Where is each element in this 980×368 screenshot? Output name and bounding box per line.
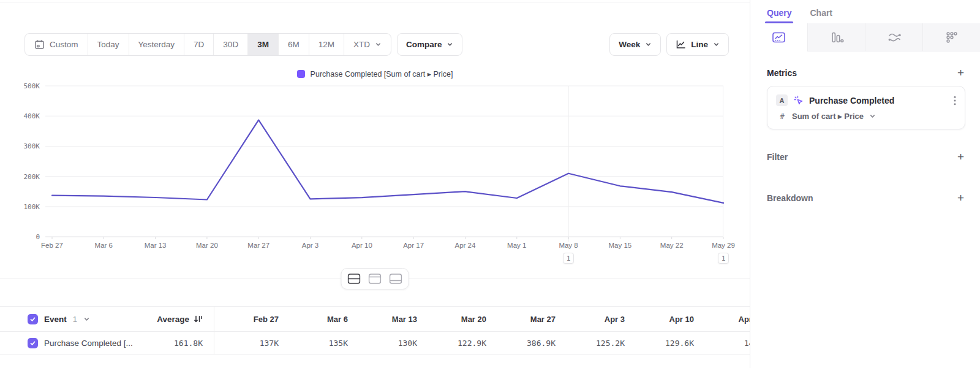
row-average-value: 161.8K (174, 339, 203, 348)
column-header: Mar 6 (284, 315, 353, 324)
chart-canvas (45, 86, 723, 250)
metric-card[interactable]: A Purchase Completed # Sum of cart ▸ Pri… (767, 86, 965, 129)
column-header: Apr 3 (560, 315, 630, 324)
x-axis-label: May 22 (658, 242, 685, 249)
compare-label: Compare (406, 40, 442, 49)
filter-title: Filter (767, 152, 788, 162)
split-view-icon (348, 274, 361, 284)
range-option-xtd[interactable]: XTD (344, 34, 391, 55)
legend-series-label: Purchase Completed [Sum of cart ▸ Price] (311, 69, 453, 79)
x-axis-label: May 8 (557, 242, 579, 249)
range-option-custom[interactable]: Custom (25, 34, 88, 55)
interval-button[interactable]: Week (609, 33, 661, 56)
interval-label: Week (619, 40, 640, 49)
chart-type-tab-grid[interactable] (922, 23, 980, 52)
y-axis-label: 500K (24, 82, 40, 90)
query-panel: Query Chart Metrics + A (750, 0, 980, 368)
metric-event-name: Purchase Completed (809, 96, 894, 105)
cell-value: 125.2K (560, 339, 630, 348)
cell-value: 137K (214, 339, 284, 348)
range-option-label: 6M (288, 40, 300, 49)
select-all-checkbox[interactable] (28, 314, 38, 324)
kebab-menu-icon (954, 96, 956, 105)
add-metric-button[interactable]: + (957, 69, 965, 77)
toolbar: CustomTodayYesterday7D30D3M6M12MXTD Comp… (24, 33, 729, 56)
range-option-label: 7D (194, 40, 204, 49)
annotation-badge[interactable]: 1 (718, 253, 729, 264)
add-breakdown-button[interactable]: + (957, 194, 965, 202)
event-column-label: Event (44, 315, 67, 324)
annotation-badge[interactable]: 1 (563, 253, 574, 264)
column-header: Mar 13 (353, 315, 422, 324)
range-option-label: Yesterday (138, 40, 175, 49)
table-row-left: Purchase Completed [... 161.8K (0, 332, 214, 354)
range-option-12m[interactable]: 12M (309, 34, 344, 55)
table-header-row: Event 1 Average Feb 27Mar 6Mar 13Mar 20M… (0, 306, 750, 332)
layout-switcher (341, 268, 409, 289)
insights-report: CustomTodayYesterday7D30D3M6M12MXTD Comp… (0, 0, 980, 368)
range-option-30d[interactable]: 30D (214, 34, 248, 55)
layout-chart-only-button[interactable] (366, 271, 385, 286)
range-option-today[interactable]: Today (88, 34, 129, 55)
chart-type-tab-flow[interactable] (865, 23, 922, 52)
y-axis-label: 0 (36, 233, 40, 241)
column-header: Mar 27 (491, 315, 560, 324)
layout-chart-and-table-button[interactable] (345, 271, 364, 286)
cell-value: 122.9K (422, 339, 491, 348)
chevron-down-icon (869, 113, 876, 120)
grid-dots-icon (946, 31, 958, 44)
line-series (52, 120, 723, 203)
y-axis-label: 100K (24, 202, 40, 210)
chart-style-button[interactable]: Line (666, 33, 729, 56)
range-option-6m[interactable]: 6M (279, 34, 309, 55)
column-header: Apr 10 (630, 315, 699, 324)
results-table: Event 1 Average Feb 27Mar 6Mar 13Mar 20M… (0, 306, 750, 355)
average-sort-button[interactable]: Average (157, 315, 203, 324)
column-header: Apr 17 (699, 315, 750, 324)
event-count: 1 (73, 315, 77, 324)
chart-type-tab-bar[interactable] (807, 23, 865, 52)
metric-options-button[interactable] (954, 96, 956, 105)
table-date-columns: Feb 27Mar 6Mar 13Mar 20Mar 27Apr 3Apr 10… (214, 315, 750, 324)
table-header-left: Event 1 Average (0, 307, 214, 331)
range-option-yesterday[interactable]: Yesterday (129, 34, 185, 55)
breakdown-section-header: Breakdown + (767, 193, 965, 203)
chart-only-icon (369, 274, 382, 284)
metric-letter-badge: A (776, 94, 788, 106)
layout-table-only-button[interactable] (386, 271, 405, 286)
chart-type-tabs (750, 23, 980, 52)
metric-card-row1: A Purchase Completed (776, 94, 956, 106)
table-row[interactable]: Purchase Completed [... 161.8K 137K135K1… (0, 332, 750, 355)
breakdown-title: Breakdown (767, 193, 813, 203)
filter-section-header: Filter + (767, 152, 965, 162)
compare-button[interactable]: Compare (397, 33, 463, 56)
row-checkbox[interactable] (28, 338, 38, 348)
check-icon (29, 340, 36, 347)
line-chart-icon (676, 39, 686, 50)
chevron-down-icon (713, 41, 720, 48)
add-filter-button[interactable]: + (957, 153, 965, 161)
x-axis-label: Feb 27 (39, 242, 65, 249)
table-only-icon (390, 274, 402, 284)
cell-value: 386.9K (491, 339, 560, 348)
insights-line-icon (772, 31, 786, 44)
tab-chart[interactable]: Chart (810, 8, 832, 23)
range-option-7d[interactable]: 7D (184, 34, 214, 55)
panel-body: Metrics + A Purchase Completed # Sum of … (750, 52, 980, 203)
chevron-down-icon (447, 41, 453, 48)
chart-legend[interactable]: Purchase Completed [Sum of cart ▸ Price] (0, 69, 750, 79)
check-icon (29, 316, 36, 323)
aggregation-label: Sum of cart ▸ Price (792, 112, 864, 121)
range-option-3m[interactable]: 3M (248, 34, 279, 55)
flow-icon (887, 31, 902, 44)
chart-type-tab-insights[interactable] (750, 23, 807, 52)
aggregation-selector[interactable]: # Sum of cart ▸ Price (776, 112, 956, 121)
x-axis-label: Mar 20 (194, 242, 220, 249)
y-axis-label: 300K (24, 142, 40, 150)
date-range-group: CustomTodayYesterday7D30D3M6M12MXTD (24, 33, 391, 56)
event-click-icon (793, 95, 804, 105)
calendar-icon (34, 39, 45, 50)
legend-swatch (297, 70, 305, 78)
tab-query[interactable]: Query (767, 8, 791, 23)
chevron-down-icon[interactable] (83, 316, 90, 323)
